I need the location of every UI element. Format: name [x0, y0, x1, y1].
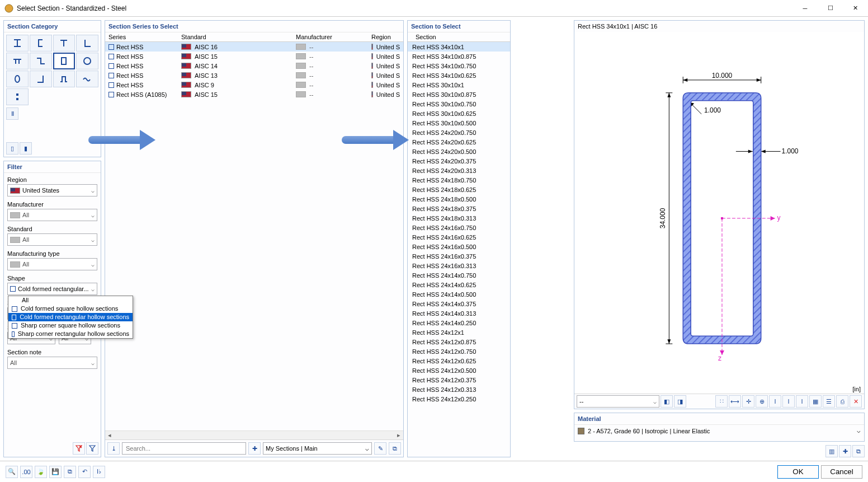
bb-search-icon[interactable]: 🔍 [6, 466, 18, 478]
filter-clear-button[interactable] [73, 442, 85, 455]
shape-rect-hollow-icon[interactable] [53, 53, 76, 69]
shape-combo[interactable]: Cold formed rectangular... ⌵ AllCold for… [7, 283, 97, 295]
mysections-combo[interactable]: My Sections | Main⌵ [263, 442, 372, 455]
material-new-button[interactable]: ✚ [839, 445, 851, 457]
section-row[interactable]: Rect HSS 24x14x0.313 [408, 308, 510, 318]
section-row[interactable]: Rect HSS 24x16x0.375 [408, 251, 510, 261]
preview-i3-icon[interactable]: I [796, 395, 808, 408]
section-row[interactable]: Rect HSS 24x14x0.750 [408, 270, 510, 280]
series-row[interactable]: Rect HSSAISC 9--United S [105, 80, 403, 90]
section-row[interactable]: Rect HSS 24x14x0.500 [408, 289, 510, 299]
bb-save-icon[interactable]: 💾 [49, 466, 62, 478]
standard-combo[interactable]: All ⌵ [7, 233, 97, 246]
section-row[interactable]: Rect HSS 24x12x1 [408, 327, 510, 337]
shape-option[interactable]: Cold formed square hollow sections [8, 305, 133, 313]
section-row[interactable]: Rect HSS 24x12x0.875 [408, 337, 510, 347]
filter-apply-button[interactable] [86, 442, 98, 455]
preview-canvas[interactable]: 10.000 34.000 1.000 [574, 32, 864, 394]
section-row[interactable]: Rect HSS 24x16x0.313 [408, 261, 510, 270]
shape-tee-icon[interactable] [53, 35, 76, 52]
series-h-scrollbar[interactable]: ◂▸ [105, 430, 403, 439]
shape-z-icon[interactable] [30, 53, 52, 69]
material-copy-button[interactable]: ⧉ [852, 445, 865, 457]
preview-target-icon[interactable]: ✕ [850, 395, 862, 408]
section-row[interactable]: Rect HSS 24x18x0.500 [408, 194, 510, 204]
preview-list-icon[interactable]: ☰ [823, 395, 835, 408]
preview-dim-icon[interactable]: ⟷ [729, 395, 741, 408]
section-row[interactable]: Rect HSS 30x10x0.500 [408, 118, 510, 128]
bb-leaf-icon[interactable]: 🍃 [35, 466, 47, 478]
preview-i2-icon[interactable]: I [782, 395, 795, 408]
section-row[interactable]: Rect HSS 24x12x0.375 [408, 375, 510, 385]
series-row[interactable]: Rect HSSAISC 14--United S [105, 61, 403, 71]
sections-list[interactable]: Rect HSS 34x10x1Rect HSS 34x10x0.875Rect… [408, 42, 510, 457]
section-row[interactable]: Rect HSS 24x20x0.625 [408, 137, 510, 147]
shape-option[interactable]: Sharp corner rectangular hollow sections [8, 330, 133, 338]
material-lib-button[interactable]: ▥ [825, 445, 838, 457]
series-add-button[interactable]: ✚ [248, 442, 261, 455]
section-row[interactable]: Rect HSS 24x14x0.250 [408, 318, 510, 327]
shape-channel-icon[interactable] [30, 35, 52, 52]
section-row[interactable]: Rect HSS 24x16x0.500 [408, 242, 510, 251]
preview-tool1[interactable]: ◧ [661, 395, 673, 408]
view-mode1-button[interactable]: ▯ [6, 142, 18, 155]
preview-grid-icon[interactable]: ▦ [809, 395, 822, 408]
close-button[interactable]: ✕ [843, 0, 868, 17]
manufacturer-combo[interactable]: All ⌵ [7, 209, 97, 221]
preview-axes-icon[interactable]: ✛ [742, 395, 754, 408]
section-row[interactable]: Rect HSS 24x12x0.313 [408, 385, 510, 394]
section-row[interactable]: Rect HSS 24x20x0.500 [408, 147, 510, 156]
section-row[interactable]: Rect HSS 34x10x0.875 [408, 52, 510, 61]
series-table-body[interactable]: Rect HSSAISC 16--United SRect HSSAISC 15… [105, 42, 403, 430]
section-row[interactable]: Rect HSS 24x20x0.375 [408, 156, 510, 166]
shape-option[interactable]: All [8, 296, 133, 305]
series-row[interactable]: Rect HSSAISC 16--United S [105, 42, 403, 52]
section-row[interactable]: Rect HSS 24x18x0.313 [408, 213, 510, 223]
section-row[interactable]: Rect HSS 34x10x0.750 [408, 61, 510, 71]
region-combo[interactable]: United States ⌵ [7, 184, 97, 196]
shape-oval-icon[interactable] [6, 71, 29, 87]
section-row[interactable]: Rect HSS 24x18x0.625 [408, 185, 510, 194]
maximize-button[interactable]: ☐ [818, 0, 843, 17]
preview-i1-icon[interactable]: I [769, 395, 781, 408]
bb-copy-icon[interactable]: ⧉ [64, 466, 76, 478]
section-row[interactable]: Rect HSS 30x10x0.750 [408, 99, 510, 109]
section-row[interactable]: Rect HSS 24x16x0.625 [408, 232, 510, 242]
shape-i-icon[interactable] [6, 35, 29, 52]
shape-dropdown[interactable]: AllCold formed square hollow sectionsCol… [8, 296, 133, 339]
series-row[interactable]: Rect HSSAISC 13--United S [105, 71, 403, 80]
shape-angle-icon[interactable] [76, 35, 98, 52]
section-note-combo[interactable]: All ⌵ [7, 357, 97, 369]
section-row[interactable]: Rect HSS 34x10x1 [408, 42, 510, 52]
series-import-button[interactable]: ⤓ [107, 442, 120, 455]
section-row[interactable]: Rect HSS 24x20x0.750 [408, 128, 510, 137]
section-row[interactable]: Rect HSS 24x12x0.250 [408, 394, 510, 404]
shape-circle-hollow-icon[interactable] [76, 53, 98, 69]
shape-l2-icon[interactable] [30, 71, 52, 87]
preview-print-icon[interactable]: ⎙ [836, 395, 848, 408]
preview-sc-icon[interactable]: ⊕ [756, 395, 768, 408]
series-search-input[interactable] [122, 442, 246, 455]
bb-ib-icon[interactable]: I♭ [93, 466, 105, 478]
cancel-button[interactable]: Cancel [821, 465, 862, 479]
shape-double-tee-icon[interactable] [6, 53, 29, 69]
shape-bar-icon[interactable] [6, 88, 29, 105]
section-row[interactable]: Rect HSS 24x20x0.313 [408, 166, 510, 175]
preview-points-icon[interactable]: ∷ [715, 395, 728, 408]
material-combo-caret[interactable]: ⌵ [857, 427, 861, 434]
shape-option[interactable]: Sharp corner square hollow sections [8, 321, 133, 330]
section-row[interactable]: Rect HSS 24x18x0.375 [408, 204, 510, 213]
section-row[interactable]: Rect HSS 30x10x0.625 [408, 109, 510, 118]
section-row[interactable]: Rect HSS 24x14x0.375 [408, 299, 510, 308]
shape-option[interactable]: Cold formed rectangular hollow sections [8, 313, 133, 321]
shape-wave-icon[interactable] [76, 71, 98, 87]
bb-decimals-icon[interactable]: .00 [20, 466, 32, 478]
shape-hat-icon[interactable] [53, 71, 76, 87]
bb-undo-icon[interactable]: ↶ [78, 466, 91, 478]
series-row[interactable]: Rect HSSAISC 15--United S [105, 52, 403, 61]
section-row[interactable]: Rect HSS 24x12x0.625 [408, 356, 510, 366]
mfg-type-combo[interactable]: All ⌵ [7, 258, 97, 270]
minimize-button[interactable]: ─ [792, 0, 818, 17]
view-mode2-button[interactable]: ▮ [20, 142, 32, 155]
section-row[interactable]: Rect HSS 34x10x0.625 [408, 71, 510, 80]
